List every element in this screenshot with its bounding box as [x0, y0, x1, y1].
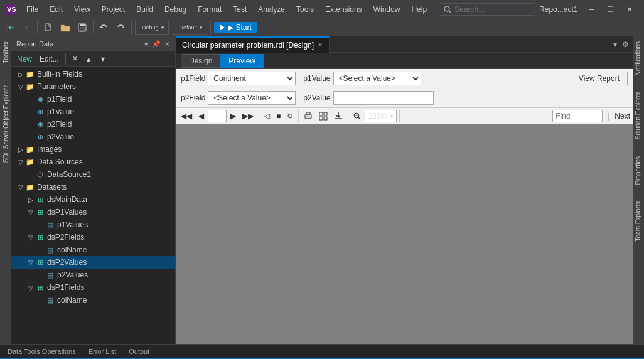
- nav-prev-btn[interactable]: ◀: [196, 110, 207, 122]
- print-btn[interactable]: [301, 110, 315, 122]
- nav-back-btn[interactable]: ◁: [262, 110, 272, 122]
- menu-project[interactable]: Project: [97, 3, 130, 16]
- tree-item-images[interactable]: ▷ 📁 Images: [11, 143, 175, 156]
- p2value-input[interactable]: [333, 91, 434, 105]
- solution-explorer-tab[interactable]: Solution Explorer: [633, 87, 644, 144]
- design-btn[interactable]: Design: [181, 54, 220, 68]
- tree-item-datasource1[interactable]: ⬡ DataSource1: [11, 168, 175, 181]
- move-up-btn[interactable]: ▲: [82, 53, 95, 65]
- output-tab[interactable]: Output: [126, 346, 152, 356]
- edit-item-btn[interactable]: Edit...: [36, 53, 62, 65]
- tree-item-dsp1values[interactable]: ▽ ⊞ dsP1Values: [11, 206, 175, 218]
- toolbar-open[interactable]: [57, 21, 73, 34]
- tree-item-datasets[interactable]: ▽ 📁 Datasets: [11, 181, 175, 193]
- maximize-btn[interactable]: ☐: [601, 0, 620, 19]
- zoom-select[interactable]: 100% ▾: [365, 110, 397, 122]
- menu-window[interactable]: Window: [368, 3, 405, 16]
- tree-item-p2field[interactable]: ⊕ p2Field: [11, 118, 175, 131]
- menu-tools[interactable]: Tools: [291, 3, 319, 16]
- p1field-select[interactable]: Continent: [208, 72, 296, 85]
- team-explorer-tab[interactable]: Team Explorer: [633, 196, 644, 246]
- expand-dsp2values[interactable]: ▽: [26, 259, 35, 266]
- tree-item-p2value[interactable]: ⊕ p2Value: [11, 131, 175, 143]
- nav-refresh-btn[interactable]: ↻: [284, 110, 296, 122]
- expand-dsp1values[interactable]: ▽: [26, 209, 35, 216]
- zoom-out-btn[interactable]: [351, 111, 363, 121]
- global-search-input[interactable]: [454, 5, 530, 14]
- toolbar-new-file[interactable]: [41, 21, 56, 34]
- toolbar-save[interactable]: [75, 21, 90, 34]
- menu-analyze[interactable]: Analyze: [253, 3, 290, 16]
- editor-tab-rdl[interactable]: Circular parameter problem.rdl [Design] …: [176, 36, 330, 53]
- close-btn[interactable]: ✕: [620, 0, 639, 19]
- toolbox-panel-tab[interactable]: Toolbox: [0, 36, 11, 68]
- sidebar-dropdown-btn[interactable]: ▾: [144, 40, 148, 48]
- page-number-input[interactable]: [208, 110, 227, 122]
- p2field-select[interactable]: <Select a Value>: [208, 91, 296, 105]
- debug-config-dropdown[interactable]: Debug ▾: [135, 21, 169, 35]
- expand-dsp1fields[interactable]: ▽: [26, 284, 35, 291]
- toolbar-undo[interactable]: [97, 21, 112, 34]
- close-tab-btn[interactable]: ✕: [318, 41, 323, 48]
- menu-format[interactable]: Format: [193, 3, 227, 16]
- sql-explorer-tab[interactable]: SQL Server Object Explorer: [0, 80, 11, 168]
- tree-item-p1value[interactable]: ⊕ p1Value: [11, 105, 175, 118]
- data-tools-tab[interactable]: Data Tools Operations: [5, 346, 78, 356]
- expand-dsmaindata[interactable]: ▷: [26, 196, 35, 203]
- nav-next-btn[interactable]: ▶: [228, 110, 239, 122]
- menu-file[interactable]: File: [21, 3, 43, 16]
- menu-edit[interactable]: Edit: [45, 3, 68, 16]
- tree-item-dsmaindata[interactable]: ▷ ⊞ dsMainData: [11, 193, 175, 206]
- nav-first-btn[interactable]: ◀◀: [178, 110, 195, 122]
- expand-datasets[interactable]: ▽: [16, 184, 25, 191]
- toolbar-forward[interactable]: [19, 21, 34, 34]
- tree-item-parameters[interactable]: ▽ 📁 Parameters: [11, 80, 175, 93]
- expand-parameters[interactable]: ▽: [16, 83, 25, 90]
- search-box[interactable]: [439, 3, 534, 16]
- expand-datasources[interactable]: ▽: [16, 159, 25, 166]
- tree-item-built-in[interactable]: ▷ 📁 Built-in Fields: [11, 68, 175, 80]
- tree-item-dsp2values[interactable]: ▽ ⊞ dsP2Values: [11, 256, 175, 269]
- notifications-panel-tab[interactable]: Notifications: [633, 36, 644, 80]
- find-next-btn[interactable]: Next: [614, 112, 630, 121]
- export-btn[interactable]: [331, 110, 345, 122]
- menu-help[interactable]: Help: [406, 3, 432, 16]
- tree-item-dsp1fields[interactable]: ▽ ⊞ dsP1Fields: [11, 281, 175, 294]
- menu-test[interactable]: Test: [228, 3, 252, 16]
- error-list-tab[interactable]: Error List: [86, 346, 119, 356]
- tree-item-colname1[interactable]: ▤ colName: [11, 244, 175, 256]
- expand-dsp2fields[interactable]: ▽: [26, 234, 35, 241]
- minimize-btn[interactable]: ─: [582, 0, 601, 19]
- nav-stop-btn[interactable]: ■: [274, 110, 283, 122]
- p1value-select[interactable]: <Select a Value>: [333, 72, 421, 85]
- tab-dropdown-icon[interactable]: ▾: [612, 39, 618, 50]
- expand-built-in[interactable]: ▷: [16, 71, 25, 78]
- toolbar-back[interactable]: [3, 21, 18, 34]
- tree-item-dsp2fields[interactable]: ▽ ⊞ dsP2Fields: [11, 231, 175, 244]
- platform-dropdown[interactable]: Default ▾: [173, 21, 208, 35]
- tab-settings-icon[interactable]: ⚙: [621, 39, 630, 50]
- properties-panel-tab[interactable]: Properties: [633, 151, 644, 190]
- move-down-btn[interactable]: ▼: [97, 53, 110, 65]
- start-btn[interactable]: ▶ Start: [214, 22, 257, 33]
- zoom-dropdown-icon[interactable]: ▾: [390, 112, 394, 121]
- delete-item-btn[interactable]: ✕: [69, 53, 81, 65]
- tree-item-p2values-field[interactable]: ▤ p2Values: [11, 269, 175, 281]
- sidebar-close-btn[interactable]: ✕: [164, 40, 170, 48]
- expand-images[interactable]: ▷: [16, 146, 25, 153]
- menu-extensions[interactable]: Extensions: [320, 3, 367, 16]
- sidebar-pin-btn[interactable]: 📌: [152, 40, 161, 48]
- preview-btn[interactable]: Preview: [220, 54, 264, 68]
- find-input[interactable]: [552, 110, 603, 122]
- view-report-btn[interactable]: View Report: [571, 72, 628, 85]
- menu-build[interactable]: Build: [131, 3, 158, 16]
- nav-last-btn[interactable]: ▶▶: [240, 110, 256, 122]
- tree-item-p1values-field[interactable]: ▤ p1Values: [11, 218, 175, 231]
- menu-debug[interactable]: Debug: [159, 3, 191, 16]
- layout-btn[interactable]: [316, 110, 330, 122]
- new-item-btn[interactable]: New: [14, 53, 35, 65]
- toolbar-redo[interactable]: [113, 21, 128, 34]
- tree-item-colname2[interactable]: ▤ colName: [11, 294, 175, 306]
- tree-item-p1field[interactable]: ⊕ p1Field: [11, 93, 175, 105]
- tree-item-datasources[interactable]: ▽ 📁 Data Sources: [11, 156, 175, 168]
